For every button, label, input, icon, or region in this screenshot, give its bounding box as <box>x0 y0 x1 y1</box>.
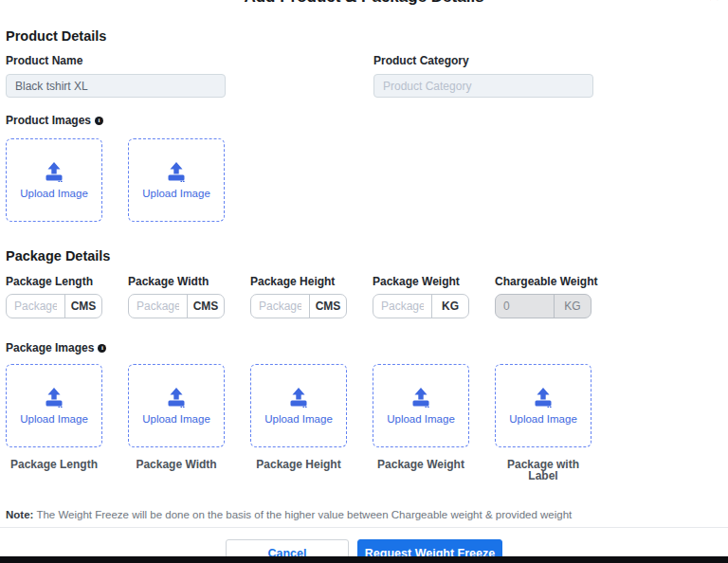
package-weight-field: Package Weight KG <box>373 276 469 318</box>
bottom-black-bar <box>0 556 728 563</box>
package-weight-image-upload[interactable]: Upload Image <box>373 364 469 447</box>
package-width-input[interactable] <box>129 295 187 318</box>
package-weight-unit: KG <box>431 295 468 318</box>
note-text: The Weight Freeze will be done on the ba… <box>33 509 572 520</box>
add-product-package-modal: Add Product & Package Details ✕ Product … <box>0 0 728 563</box>
note-prefix: Note: <box>6 509 33 520</box>
upload-icon <box>42 161 66 182</box>
package-images-label: Package Images i <box>6 342 722 354</box>
modal-title: Add Product & Package Details <box>0 0 728 7</box>
product-details-heading: Product Details <box>6 29 722 43</box>
upload-image-label: Upload Image <box>142 413 210 425</box>
package-length-unit: CMS <box>64 295 101 318</box>
package-fields-row: Package Length CMS Package Width CMS Pac… <box>6 276 722 318</box>
close-icon[interactable]: ✕ <box>708 0 720 6</box>
chargeable-weight-label: Chargeable Weight <box>495 276 592 287</box>
upload-icon <box>409 387 433 408</box>
upload-icon <box>531 387 555 408</box>
package-length-input[interactable] <box>7 295 64 318</box>
package-length-caption: Package Length <box>6 459 102 481</box>
package-images-upload-row: Upload Image Upload Image Upload <box>6 364 722 447</box>
package-height-label: Package Height <box>250 276 347 287</box>
product-name-field: Product Name <box>6 55 226 98</box>
chargeable-weight-field: Chargeable Weight KG <box>495 276 592 318</box>
package-width-caption: Package Width <box>128 459 225 481</box>
upload-image-label: Upload Image <box>509 413 577 425</box>
package-details-heading: Package Details <box>6 249 722 263</box>
package-weight-label: Package Weight <box>373 276 469 287</box>
package-images-label-text: Package Images <box>6 342 94 354</box>
package-images-caption-row: Package Length Package Width Package Hei… <box>6 459 722 481</box>
package-with-label-caption: Package with Label <box>495 459 592 481</box>
package-length-label: Package Length <box>6 276 102 287</box>
weight-freeze-note: Note: The Weight Freeze will be done on … <box>6 508 722 521</box>
product-category-field: Product Category <box>373 55 593 98</box>
info-icon[interactable]: i <box>95 117 103 125</box>
package-label-image-upload[interactable]: Upload Image <box>495 364 592 447</box>
product-name-input[interactable] <box>6 74 226 98</box>
product-images-label: Product Images i <box>6 115 722 127</box>
package-height-field: Package Height CMS <box>250 276 347 318</box>
upload-icon <box>164 387 189 408</box>
package-length-image-upload[interactable]: Upload Image <box>6 364 102 447</box>
product-fields-row: Product Name Product Category <box>6 55 722 98</box>
upload-icon <box>286 387 311 408</box>
package-width-image-upload[interactable]: Upload Image <box>128 364 225 447</box>
product-image-upload-2[interactable]: Upload Image <box>128 138 225 222</box>
package-width-label: Package Width <box>128 276 225 287</box>
modal-content: Product Details Product Name Product Cat… <box>0 0 728 521</box>
package-height-unit: CMS <box>309 295 346 318</box>
product-images-label-text: Product Images <box>6 115 91 127</box>
product-images-upload-row: Upload Image Upload Image <box>6 138 722 222</box>
product-name-label: Product Name <box>6 55 226 66</box>
product-category-input[interactable] <box>373 74 593 98</box>
upload-image-label: Upload Image <box>142 188 210 199</box>
package-height-image-upload[interactable]: Upload Image <box>250 364 347 447</box>
chargeable-weight-unit: KG <box>554 295 591 318</box>
chargeable-weight-input <box>496 295 554 318</box>
upload-icon <box>164 161 189 182</box>
product-category-label: Product Category <box>373 55 593 66</box>
package-width-field: Package Width CMS <box>128 276 225 318</box>
product-image-upload-1[interactable]: Upload Image <box>6 138 102 222</box>
package-width-unit: CMS <box>187 295 224 318</box>
upload-icon <box>42 387 66 408</box>
upload-image-label: Upload Image <box>387 413 455 425</box>
upload-image-label: Upload Image <box>20 413 88 425</box>
package-height-input[interactable] <box>251 295 309 318</box>
package-weight-caption: Package Weight <box>373 459 469 481</box>
package-length-field: Package Length CMS <box>6 276 102 318</box>
package-weight-input[interactable] <box>373 295 431 318</box>
upload-image-label: Upload Image <box>264 413 333 425</box>
info-icon[interactable]: i <box>98 344 106 353</box>
package-height-caption: Package Height <box>250 459 347 481</box>
upload-image-label: Upload Image <box>20 188 88 199</box>
